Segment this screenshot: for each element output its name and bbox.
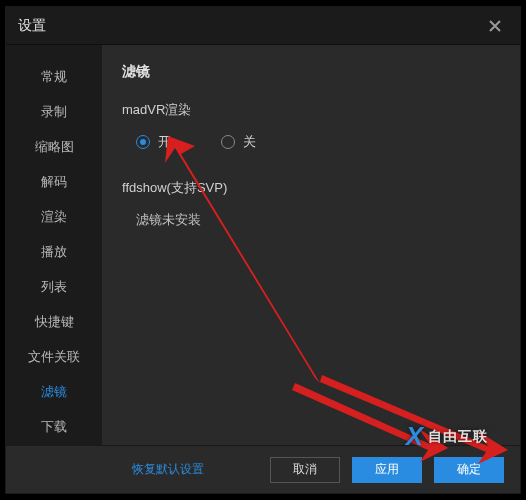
ok-button[interactable]: 确定 bbox=[434, 457, 504, 483]
radio-icon bbox=[221, 135, 235, 149]
titlebar: 设置 bbox=[6, 7, 520, 45]
apply-button[interactable]: 应用 bbox=[352, 457, 422, 483]
radio-label: 开 bbox=[158, 133, 171, 151]
sidebar-item-label: 渲染 bbox=[41, 208, 67, 226]
sidebar-item-label: 解码 bbox=[41, 173, 67, 191]
sidebar-item-label: 缩略图 bbox=[35, 138, 74, 156]
restore-defaults-link[interactable]: 恢复默认设置 bbox=[132, 461, 204, 478]
sidebar: 常规 录制 缩略图 解码 渲染 播放 列表 快捷键 文件关联 滤镜 下载 bbox=[6, 45, 102, 445]
ffdshow-label: ffdshow(支持SVP) bbox=[122, 179, 500, 197]
radio-on[interactable]: 开 bbox=[136, 133, 171, 151]
sidebar-item-render[interactable]: 渲染 bbox=[6, 199, 102, 234]
sidebar-item-label: 录制 bbox=[41, 103, 67, 121]
main-panel: 滤镜 madVR渲染 开 关 ffdshow(支持SVP) 滤镜未安装 bbox=[102, 45, 520, 445]
dialog-content: 常规 录制 缩略图 解码 渲染 播放 列表 快捷键 文件关联 滤镜 下载 滤镜 … bbox=[6, 45, 520, 445]
sidebar-item-general[interactable]: 常规 bbox=[6, 59, 102, 94]
filter-status: 滤镜未安装 bbox=[122, 211, 500, 229]
dialog-footer: 恢复默认设置 取消 应用 确定 bbox=[6, 445, 520, 493]
cancel-button[interactable]: 取消 bbox=[270, 457, 340, 483]
sidebar-item-label: 列表 bbox=[41, 278, 67, 296]
radio-icon bbox=[136, 135, 150, 149]
sidebar-item-decode[interactable]: 解码 bbox=[6, 164, 102, 199]
sidebar-item-playback[interactable]: 播放 bbox=[6, 234, 102, 269]
sidebar-item-list[interactable]: 列表 bbox=[6, 270, 102, 305]
madvr-label: madVR渲染 bbox=[122, 101, 500, 119]
sidebar-item-download[interactable]: 下载 bbox=[6, 410, 102, 445]
watermark: X自由互联 bbox=[406, 421, 488, 452]
watermark-text: 自由互联 bbox=[428, 428, 488, 444]
sidebar-item-filter[interactable]: 滤镜 bbox=[6, 375, 102, 410]
radio-label: 关 bbox=[243, 133, 256, 151]
close-button[interactable] bbox=[482, 13, 508, 39]
sidebar-item-record[interactable]: 录制 bbox=[6, 94, 102, 129]
close-icon bbox=[489, 20, 501, 32]
sidebar-item-label: 快捷键 bbox=[35, 313, 74, 331]
dialog-title: 设置 bbox=[18, 17, 482, 35]
watermark-logo-icon: X bbox=[406, 421, 424, 451]
section-title: 滤镜 bbox=[122, 63, 500, 81]
sidebar-item-label: 滤镜 bbox=[41, 383, 67, 401]
sidebar-item-label: 下载 bbox=[41, 418, 67, 436]
madvr-radio-group: 开 关 bbox=[122, 133, 500, 151]
radio-off[interactable]: 关 bbox=[221, 133, 256, 151]
sidebar-item-label: 文件关联 bbox=[28, 348, 80, 366]
sidebar-item-file-assoc[interactable]: 文件关联 bbox=[6, 340, 102, 375]
sidebar-item-hotkeys[interactable]: 快捷键 bbox=[6, 305, 102, 340]
sidebar-item-thumbnail[interactable]: 缩略图 bbox=[6, 129, 102, 164]
sidebar-item-label: 常规 bbox=[41, 68, 67, 86]
sidebar-item-label: 播放 bbox=[41, 243, 67, 261]
